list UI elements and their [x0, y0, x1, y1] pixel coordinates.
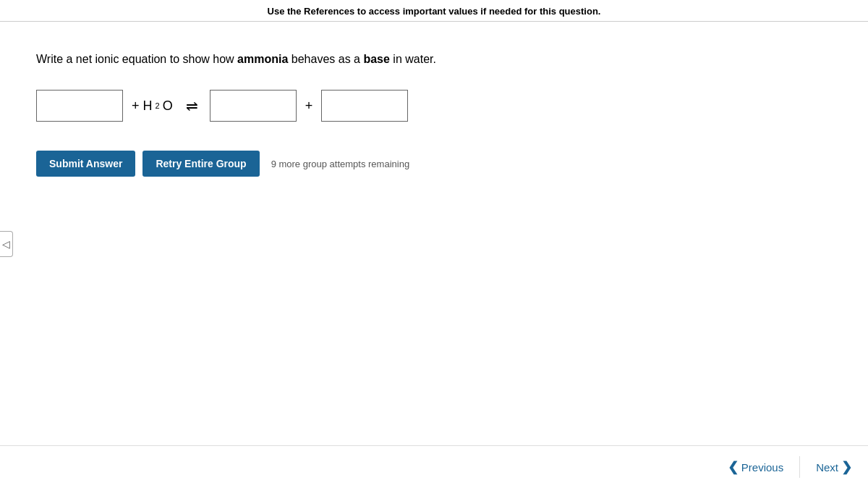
question-text: Write a net ionic equation to show how a… [36, 51, 832, 68]
question-middle: behaves as a [288, 53, 363, 65]
equation-input-right[interactable] [321, 90, 408, 122]
next-label: Next [816, 461, 838, 474]
question-prefix: Write a net ionic equation to show how [36, 53, 237, 65]
question-bold-ammonia: ammonia [237, 53, 288, 65]
equilibrium-arrow: ⇌ [186, 97, 197, 114]
bottom-navigation: ❮ Previous Next ❯ [0, 445, 868, 488]
equation-input-middle[interactable] [210, 90, 297, 122]
main-content: Write a net ionic equation to show how a… [0, 22, 868, 191]
equation-input-left[interactable] [36, 90, 123, 122]
side-handle-icon: ◁ [2, 238, 10, 250]
previous-chevron-icon: ❮ [728, 459, 739, 475]
previous-button[interactable]: ❮ Previous [712, 446, 799, 488]
h2o-o: O [163, 98, 173, 114]
previous-label: Previous [741, 461, 783, 474]
question-bold-base: base [363, 53, 389, 65]
question-suffix: in water. [390, 53, 436, 65]
buttons-row: Submit Answer Retry Entire Group 9 more … [36, 151, 832, 177]
retry-entire-group-button[interactable]: Retry Entire Group [142, 151, 259, 177]
h2o-subscript: 2 [156, 101, 160, 110]
plus-h2o-plus: + H [132, 98, 153, 114]
top-banner: Use the References to access important v… [0, 0, 868, 22]
banner-text: Use the References to access important v… [268, 6, 601, 17]
side-handle[interactable]: ◁ [0, 231, 13, 257]
next-chevron-icon: ❯ [841, 459, 852, 475]
next-button[interactable]: Next ❯ [800, 446, 868, 488]
plus-sign: + [305, 98, 313, 114]
attempts-remaining-text: 9 more group attempts remaining [271, 159, 409, 169]
water-label: + H2O [132, 98, 173, 114]
submit-answer-button[interactable]: Submit Answer [36, 151, 135, 177]
equation-row: + H2O ⇌ + [36, 90, 832, 122]
